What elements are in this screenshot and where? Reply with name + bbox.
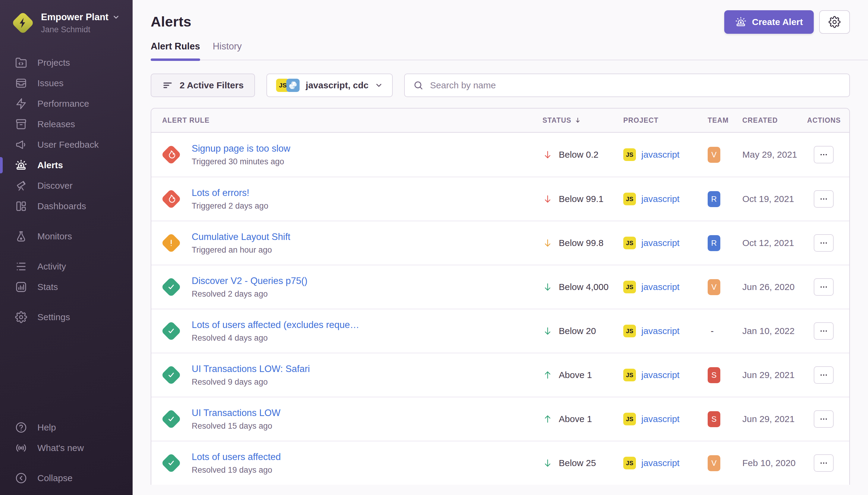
status-cell: Below 4,000 [542, 282, 623, 292]
sidebar-item-help[interactable]: Help [0, 417, 133, 438]
actions-cell [807, 190, 840, 208]
table-header: ALERT RULE STATUS PROJECT TEAM CREATED A… [151, 108, 849, 133]
table-row: Signup page is too slow Triggered 30 min… [151, 133, 849, 177]
row-actions-button[interactable] [814, 366, 834, 384]
status-cell: Above 1 [542, 414, 623, 424]
project-link[interactable]: javascript [641, 150, 680, 160]
project-link[interactable]: javascript [641, 326, 680, 336]
alert-rule-link[interactable]: UI Transactions LOW: Safari [192, 363, 310, 374]
actions-cell [807, 234, 840, 252]
tab-bar: Alert RulesHistory [151, 41, 868, 60]
column-header-project: PROJECT [623, 116, 708, 124]
sidebar-item-alerts[interactable]: Alerts [0, 155, 133, 175]
alert-rules-table: ALERT RULE STATUS PROJECT TEAM CREATED A… [151, 108, 850, 485]
org-meta: Empower Plant Jane Schmidt [41, 12, 120, 34]
row-actions-button[interactable] [814, 410, 834, 428]
status-cell: Below 99.8 [542, 238, 623, 248]
chevron-down-icon [375, 81, 383, 89]
sidebar-item-issues[interactable]: Issues [0, 73, 133, 93]
alert-rule-link[interactable]: Lots of errors! [192, 188, 268, 198]
row-actions-button[interactable] [814, 454, 834, 472]
row-actions-button[interactable] [814, 322, 834, 340]
sidebar-item-dashboards[interactable]: Dashboards [0, 196, 133, 217]
filter-bar: 2 Active Filters JS javascript, cdc [151, 73, 850, 97]
project-link[interactable]: javascript [641, 282, 680, 292]
created-cell: Oct 12, 2021 [742, 238, 807, 248]
sidebar-nav-group: Monitors [0, 226, 133, 246]
header-actions: Create Alert [724, 10, 850, 34]
team-badge: S [708, 367, 720, 383]
column-header-status[interactable]: STATUS [542, 116, 623, 124]
row-actions-button[interactable] [814, 146, 834, 164]
tab-history[interactable]: History [213, 41, 242, 60]
row-actions-button[interactable] [814, 234, 834, 252]
create-alert-button[interactable]: Create Alert [724, 10, 814, 34]
status-cell: Below 99.1 [542, 194, 623, 204]
arrow-down-icon [542, 458, 553, 468]
alert-rule-subtitle: Resolved 4 days ago [192, 334, 359, 343]
project-link[interactable]: javascript [641, 194, 680, 204]
javascript-icon: JS [623, 148, 636, 161]
actions-cell [807, 454, 840, 472]
sidebar-nav-group: Settings [0, 307, 133, 327]
sidebar: Empower Plant Jane Schmidt Projects Issu… [0, 0, 133, 495]
project-selector-dropdown[interactable]: JS javascript, cdc [266, 73, 393, 97]
critical-status-icon [161, 189, 181, 209]
sidebar-item-user-feedback[interactable]: User Feedback [0, 134, 133, 155]
arrow-up-icon [542, 414, 553, 424]
arrow-down-icon [542, 282, 553, 292]
sidebar-item-label: Projects [37, 57, 70, 68]
sidebar-item-what-s-new[interactable]: What's new [0, 438, 133, 458]
team-cell: R [708, 191, 742, 207]
created-cell: Jun 29, 2021 [742, 414, 807, 424]
created-cell: Feb 10, 2020 [742, 458, 807, 468]
tab-alert-rules[interactable]: Alert Rules [151, 41, 200, 60]
project-link[interactable]: javascript [641, 238, 680, 248]
row-actions-button[interactable] [814, 190, 834, 208]
alert-rule-link[interactable]: Signup page is too slow [192, 143, 290, 154]
fire-icon [161, 189, 181, 209]
sidebar-item-label: Settings [37, 312, 70, 322]
table-body: Signup page is too slow Triggered 30 min… [151, 133, 849, 485]
critical-status-icon [161, 144, 181, 165]
team-badge: V [708, 147, 720, 163]
sidebar-item-performance[interactable]: Performance [0, 93, 133, 114]
sidebar-item-releases[interactable]: Releases [0, 114, 133, 134]
page-title: Alerts [151, 13, 191, 30]
status-cell: Below 25 [542, 458, 623, 468]
sidebar-item-settings[interactable]: Settings [0, 307, 133, 327]
project-link[interactable]: javascript [641, 458, 680, 468]
alert-settings-button[interactable] [819, 10, 850, 34]
team-badge: S [708, 411, 720, 427]
sidebar-item-projects[interactable]: Projects [0, 52, 133, 73]
status-label: Below 20 [559, 326, 596, 336]
project-link[interactable]: javascript [641, 414, 680, 424]
alert-rule-link[interactable]: Lots of users affected (excludes reque… [192, 320, 359, 330]
org-switcher[interactable]: Empower Plant Jane Schmidt [0, 0, 133, 42]
actions-cell [807, 278, 840, 296]
sidebar-nav-group: Activity Stats [0, 256, 133, 297]
lightning-bolt-icon [17, 16, 29, 30]
created-cell: Oct 19, 2021 [742, 194, 807, 204]
alert-rule-link[interactable]: Discover V2 - Queries p75() [192, 275, 308, 286]
team-badge: R [708, 191, 720, 207]
alert-rule-cell: UI Transactions LOW Resolved 15 days ago [151, 408, 542, 431]
search-input[interactable] [430, 80, 841, 90]
help-icon [15, 422, 27, 433]
status-cell: Below 0.2 [542, 150, 623, 160]
row-actions-button[interactable] [814, 278, 834, 296]
sidebar-item-monitors[interactable]: Monitors [0, 226, 133, 246]
sidebar-item-collapse[interactable]: Collapse [0, 468, 133, 488]
sidebar-item-activity[interactable]: Activity [0, 256, 133, 277]
whats-new-icon [15, 442, 27, 454]
alert-rule-subtitle: Resolved 15 days ago [192, 422, 281, 431]
sidebar-item-discover[interactable]: Discover [0, 175, 133, 196]
alert-rule-link[interactable]: UI Transactions LOW [192, 408, 281, 419]
status-label: Below 4,000 [559, 282, 608, 292]
project-link[interactable]: javascript [641, 370, 680, 380]
active-filters-button[interactable]: 2 Active Filters [151, 73, 255, 97]
alert-rule-link[interactable]: Cumulative Layout Shift [192, 232, 290, 242]
main-content: Alerts Create Alert Alert RulesHistory 2… [133, 0, 868, 495]
alert-rule-link[interactable]: Lots of users affected [192, 451, 281, 462]
sidebar-item-stats[interactable]: Stats [0, 277, 133, 297]
